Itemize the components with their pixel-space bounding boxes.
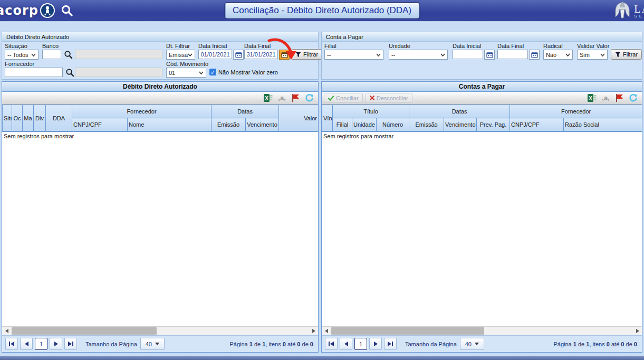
funnel-icon	[295, 52, 301, 58]
export-excel-icon[interactable]: X	[264, 93, 273, 102]
dda-data-inicial-calendar-icon[interactable]	[233, 50, 244, 60]
dda-data-final-calendar-icon[interactable]	[279, 50, 290, 60]
colgroup-fornecedor: Fornecedor	[72, 105, 212, 118]
col-filial[interactable]: Filial	[333, 118, 352, 131]
first-page-button[interactable]	[325, 338, 338, 350]
nao-mostrar-valor-zero-checkbox[interactable]: ✓	[209, 69, 216, 75]
col-dda[interactable]: DDA	[46, 105, 72, 131]
refresh-icon[interactable]	[305, 93, 314, 102]
cap-data-inicial-calendar-icon[interactable]	[484, 50, 495, 60]
prev-page-button[interactable]	[340, 338, 352, 350]
fornecedor-search-icon[interactable]	[64, 67, 75, 78]
cap-grid-header: Vín Título Datas Fornecedor Filial Unida…	[322, 105, 642, 131]
unidade-select[interactable]: --	[389, 50, 448, 60]
last-page-button[interactable]	[384, 338, 397, 350]
panel-contas-a-pagar: Conta a Pagar Filial -- Unidade -- Data …	[321, 32, 642, 353]
scrollbar-thumb[interactable]	[331, 327, 484, 335]
cap-horizontal-scrollbar[interactable]	[322, 326, 642, 335]
page-size-select[interactable]: 40	[140, 338, 165, 350]
brand-logo-text: acorp	[0, 3, 39, 18]
scroll-left-icon[interactable]	[322, 327, 331, 335]
banco-input[interactable]	[42, 50, 61, 59]
col-ma[interactable]: Ma	[23, 105, 34, 131]
last-page-button[interactable]	[64, 338, 77, 350]
current-page-button[interactable]: 1	[35, 338, 47, 350]
dt-filtrar-select[interactable]: Emissão	[166, 50, 195, 60]
col-div[interactable]: Div	[34, 105, 46, 131]
col-cnpj[interactable]: CNPJ/CPF	[72, 118, 128, 131]
col-unidade[interactable]: Unidade	[352, 118, 377, 131]
page-size-label: Tamanho da Página	[405, 341, 457, 347]
col-oc[interactable]: Oc	[12, 105, 23, 131]
flag-icon[interactable]	[291, 93, 300, 102]
cap-data-final-input[interactable]	[497, 50, 528, 59]
dda-data-final-input[interactable]	[244, 50, 278, 59]
conciliar-button[interactable]: Conciliar	[324, 93, 363, 103]
search-icon[interactable]	[61, 4, 73, 17]
bottom-bar	[0, 356, 644, 360]
prev-page-button[interactable]	[20, 338, 33, 350]
scrollbar-thumb[interactable]	[12, 327, 157, 335]
banco-search-icon[interactable]	[63, 49, 73, 60]
col-razao-social[interactable]: Razão Social	[564, 118, 642, 131]
cap-filter-fieldset: Conta a Pagar Filial -- Unidade -- Data …	[321, 32, 642, 80]
cap-filtrar-button[interactable]: Filtrar	[611, 49, 642, 60]
cap-grid-body: Sem registros para mostrar	[322, 131, 642, 326]
col-emissao[interactable]: Emissão	[409, 118, 444, 131]
refresh-icon[interactable]	[629, 93, 638, 102]
filial-select[interactable]: --	[324, 50, 383, 60]
col-cnpj[interactable]: CNPJ/CPF	[510, 118, 564, 131]
desconciliar-button[interactable]: Desconciliar	[366, 93, 412, 103]
flag-icon[interactable]	[615, 93, 624, 102]
radical-select[interactable]: Não	[543, 50, 573, 60]
colgroup-titulo: Título	[333, 105, 409, 118]
cod-movimento-select[interactable]: 01	[166, 68, 206, 78]
fornecedor-label: Fornecedor	[5, 61, 34, 67]
cap-grid: Contas a Pagar Conciliar Desconciliar	[321, 81, 642, 353]
cap-grid-title: Contas a Pagar	[322, 82, 642, 92]
page-title: Conciliação - Débito Direto Autorizado (…	[225, 3, 419, 18]
col-situ[interactable]: Situ	[3, 105, 12, 131]
dda-grid-toolbar: X ,a,	[2, 92, 318, 105]
company-logo-line2: SEA	[634, 14, 644, 18]
cap-pager: 1 Tamanho da Página 40 Página 1 de 1, it…	[322, 335, 642, 352]
col-emissao[interactable]: Emissão	[212, 118, 246, 131]
dda-grid-header: Situ Oc Ma Div DDA Fornecedor Datas Valo…	[2, 105, 319, 131]
cap-data-inicial-label: Data Inicial	[453, 43, 481, 49]
person-circle-icon	[40, 3, 55, 18]
next-page-button[interactable]	[369, 338, 382, 350]
brand-logo: acorp	[0, 3, 73, 18]
col-nome[interactable]: Nome	[128, 118, 212, 131]
export-text-icon[interactable]: ,a,	[277, 93, 286, 102]
col-valor[interactable]: Valor	[279, 105, 319, 131]
svg-text:X: X	[589, 96, 592, 101]
validar-valor-select[interactable]: Sim	[577, 50, 608, 60]
col-vencimento[interactable]: Vencimento	[444, 118, 477, 131]
col-prev-pag[interactable]: Prev. Pag.	[477, 118, 510, 131]
cap-data-inicial-input[interactable]	[453, 50, 483, 59]
scroll-right-icon[interactable]	[309, 327, 318, 335]
first-page-button[interactable]	[5, 338, 18, 350]
dda-filtrar-button[interactable]: Filtrar	[291, 49, 322, 60]
export-excel-icon[interactable]: X	[588, 93, 597, 102]
panel-dda: Débito Direto Autorizado Situação -- Tod…	[2, 32, 319, 353]
dt-filtrar-label: Dt. Filtrar	[166, 43, 190, 49]
current-page-button[interactable]: 1	[354, 338, 367, 350]
scroll-left-icon[interactable]	[2, 327, 11, 335]
next-page-button[interactable]	[50, 338, 62, 350]
col-vencimento[interactable]: Vencimento	[246, 118, 279, 131]
cap-data-final-calendar-icon[interactable]	[529, 50, 540, 60]
scroll-right-icon[interactable]	[633, 327, 642, 335]
helmet-icon	[612, 1, 633, 21]
page-size-select[interactable]: 40	[460, 338, 484, 350]
svg-text:X: X	[265, 96, 268, 101]
page-size-label: Tamanho da Página	[85, 341, 137, 347]
export-text-icon[interactable]: ,a,	[601, 93, 610, 102]
col-numero[interactable]: Número	[377, 118, 409, 131]
dda-horizontal-scrollbar[interactable]	[2, 326, 318, 335]
dda-data-inicial-input[interactable]	[198, 50, 232, 59]
fornecedor-input[interactable]	[5, 68, 63, 77]
situacao-select[interactable]: -- Todos	[5, 50, 39, 60]
col-vin[interactable]: Vín	[322, 105, 333, 131]
fornecedor-desc-input	[75, 68, 162, 77]
